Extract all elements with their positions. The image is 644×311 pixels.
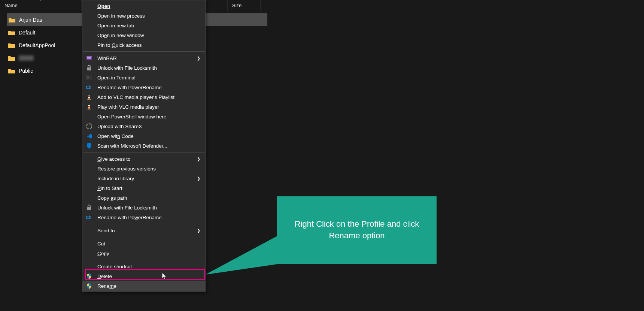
callout-tail (204, 234, 279, 279)
menu-label: Copy (97, 251, 202, 256)
menu-play-vlc[interactable]: Play with VLC media player (82, 102, 205, 112)
menu-rename-powerrename-2[interactable]: Rename with PowerRename (82, 212, 205, 222)
menu-open-powershell[interactable]: Open PowerShell window here (82, 112, 205, 121)
folder-icon (8, 68, 15, 73)
winrar-icon (85, 54, 93, 62)
blank-icon (85, 31, 93, 39)
uac-shield-icon (85, 282, 93, 290)
context-menu: Open Open in new process Open in new tab… (82, 0, 206, 292)
powerrename-icon (85, 214, 93, 221)
menu-separator (83, 224, 205, 224)
folder-name-redacted (19, 55, 34, 61)
menu-separator (83, 260, 205, 260)
chevron-right-icon: ❯ (197, 56, 200, 61)
menu-unlock-locksmith-2[interactable]: Unlock with File Locksmith (82, 203, 205, 212)
folder-name: Public (19, 68, 33, 74)
blank-icon (85, 175, 93, 182)
menu-rename-powerrename[interactable]: Rename with PowerRename (82, 82, 205, 92)
terminal-icon: >_ (85, 74, 93, 81)
vlc-icon (85, 103, 93, 111)
menu-winrar[interactable]: WinRAR ❯ (82, 53, 205, 63)
menu-separator (83, 51, 205, 52)
annotation-callout: Right Click on the Profile and click Ren… (277, 196, 437, 264)
menu-send-to[interactable]: Send to ❯ (82, 226, 205, 235)
menu-copy-as-path[interactable]: Copy as path (82, 193, 205, 203)
sort-ascending-icon: ˄ (40, 0, 42, 4)
menu-label: Include in library (97, 176, 197, 181)
menu-label: Pin to Quick access (97, 42, 202, 48)
menu-pin-to-start[interactable]: Pin to Start (82, 183, 205, 193)
blank-icon (85, 263, 93, 270)
column-header-size-label: Size (232, 3, 242, 8)
menu-open-new-window[interactable]: Open in new window (82, 30, 205, 40)
menu-label: Restore previous versions (97, 166, 202, 172)
menu-open-label: Open (97, 3, 110, 9)
menu-give-access-to[interactable]: Give access to ❯ (82, 154, 205, 164)
blank-icon (85, 227, 93, 234)
svg-rect-2 (87, 57, 91, 58)
menu-label: Delete (97, 274, 202, 279)
column-header-size[interactable]: Size (228, 0, 261, 11)
menu-label: Open in new tab (97, 23, 202, 28)
menu-label: Send to (97, 228, 197, 233)
svg-rect-12 (88, 105, 90, 106)
menu-copy[interactable]: Copy (82, 248, 205, 258)
menu-label: Unlock with File Locksmith (97, 205, 202, 211)
menu-label: Rename (97, 283, 202, 289)
blank-icon (85, 194, 93, 202)
blank-icon (85, 165, 93, 172)
menu-pin-quick-access[interactable]: Pin to Quick access (82, 40, 205, 50)
menu-add-vlc-playlist[interactable]: Add to VLC media player's Playlist (82, 92, 205, 102)
menu-label: Rename with PowerRename (97, 215, 202, 220)
menu-open-new-tab[interactable]: Open in new tab (82, 21, 205, 30)
menu-label: Unlock with File Locksmith (97, 65, 202, 71)
folder-icon (8, 43, 15, 48)
column-header-name[interactable]: ˄ Name (0, 0, 82, 11)
menu-open-terminal[interactable]: >_ Open in Terminal (82, 73, 205, 82)
menu-label: Open in Terminal (97, 75, 202, 81)
menu-label: Pin to Start (97, 185, 202, 191)
menu-label: Scan with Microsoft Defender... (97, 143, 202, 149)
powerrename-icon (85, 84, 93, 91)
blank-icon (85, 12, 93, 19)
sharex-icon (85, 123, 93, 130)
column-header-name-label: Name (4, 3, 18, 8)
menu-delete[interactable]: Delete (82, 271, 205, 281)
svg-rect-18 (87, 207, 91, 210)
chevron-right-icon: ❯ (197, 228, 200, 233)
menu-label: Create shortcut (97, 264, 202, 269)
lock-icon (85, 64, 93, 72)
menu-include-in-library[interactable]: Include in library ❯ (82, 173, 205, 183)
svg-rect-3 (87, 58, 91, 59)
defender-shield-icon (85, 142, 93, 150)
svg-rect-1 (86, 56, 92, 57)
vscode-icon (85, 132, 93, 140)
menu-rename[interactable]: Rename (82, 281, 205, 291)
menu-create-shortcut[interactable]: Create shortcut (82, 262, 205, 271)
menu-unlock-locksmith[interactable]: Unlock with File Locksmith (82, 63, 205, 73)
menu-scan-defender[interactable]: Scan with Microsoft Defender... (82, 141, 205, 151)
menu-restore-previous-versions[interactable]: Restore previous versions (82, 164, 205, 173)
blank-icon (85, 2, 93, 10)
menu-open-new-process[interactable]: Open in new process (82, 11, 205, 21)
svg-rect-13 (88, 107, 90, 108)
folder-name: DefaultAppPool (19, 42, 55, 48)
menu-label: Cut (97, 241, 202, 247)
annotation-callout-text: Right Click on the Profile and click Ren… (285, 218, 429, 242)
menu-label: Open PowerShell window here (97, 114, 202, 120)
menu-label: Copy as path (97, 195, 202, 201)
blank-icon (85, 240, 93, 247)
blank-icon (85, 22, 93, 29)
folder-name: Default (19, 30, 35, 36)
folder-name: Arjun Das (19, 17, 42, 23)
menu-open[interactable]: Open (82, 1, 205, 11)
menu-cut[interactable]: Cut (82, 239, 205, 248)
svg-rect-20 (89, 215, 90, 219)
chevron-right-icon: ❯ (197, 157, 200, 161)
svg-marker-21 (205, 236, 277, 275)
menu-open-with-code[interactable]: Open with Code (82, 131, 205, 141)
svg-point-11 (87, 99, 91, 100)
svg-text:>_: >_ (87, 76, 91, 79)
menu-upload-sharex[interactable]: Upload with ShareX (82, 121, 205, 131)
blank-icon (85, 250, 93, 257)
